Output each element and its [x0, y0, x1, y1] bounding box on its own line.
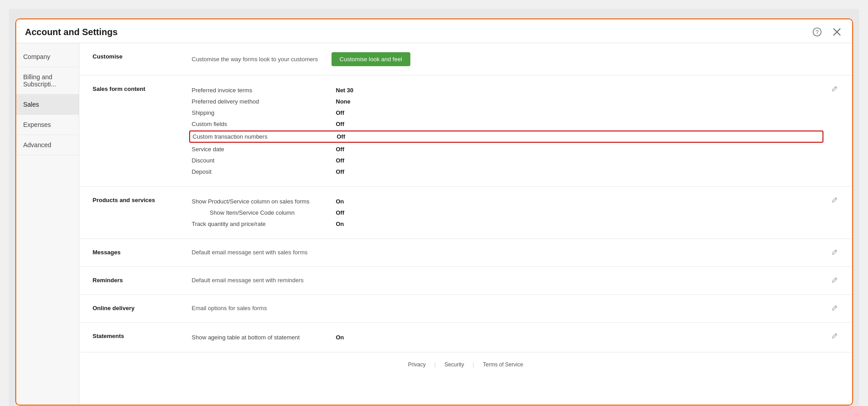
statements-section: Statements Show ageing table at bottom o… — [79, 323, 852, 352]
footer-sep1: | — [434, 361, 437, 368]
customise-description: Customise the way forms look to your cus… — [192, 56, 318, 63]
svg-line-4 — [835, 87, 836, 89]
online-delivery-label: Online delivery — [93, 304, 192, 313]
reminders-description: Default email message sent with reminder… — [192, 277, 304, 284]
field-show-ageing-table: Show ageing table at bottom of statement… — [192, 332, 821, 343]
modal-title: Account and Settings — [25, 27, 118, 37]
footer: Privacy | Security | Terms of Service — [79, 352, 852, 377]
main-content: Customise Customise the way forms look t… — [79, 43, 852, 405]
svg-text:?: ? — [815, 29, 818, 36]
sidebar-item-billing[interactable]: Billing and Subscripti... — [16, 67, 79, 95]
customise-content: Customise the way forms look to your cus… — [192, 52, 839, 66]
sidebar-item-company[interactable]: Company — [16, 47, 79, 67]
online-delivery-edit — [821, 304, 839, 313]
products-services-fields: Show Product/Service column on sales for… — [192, 196, 821, 230]
customise-label: Customise — [93, 52, 192, 66]
messages-description: Default email message sent with sales fo… — [192, 249, 308, 256]
online-delivery-content: Email options for sales forms — [192, 304, 821, 313]
sidebar-item-expenses[interactable]: Expenses — [16, 115, 79, 135]
close-button[interactable] — [831, 26, 843, 38]
statements-label: Statements — [93, 332, 192, 343]
reminders-edit-button[interactable] — [831, 276, 839, 285]
online-delivery-description: Email options for sales forms — [192, 305, 267, 311]
reminders-section: Reminders Default email message sent wit… — [79, 267, 852, 295]
footer-security[interactable]: Security — [445, 361, 464, 368]
field-preferred-delivery-method: Preferred delivery method None — [192, 96, 821, 107]
statements-fields: Show ageing table at bottom of statement… — [192, 332, 821, 343]
reminders-edit — [821, 276, 839, 285]
svg-line-8 — [835, 307, 836, 308]
field-preferred-invoice-terms: Preferred invoice terms Net 30 — [192, 85, 821, 96]
sidebar-item-sales[interactable]: Sales — [16, 95, 79, 115]
footer-privacy[interactable]: Privacy — [408, 361, 426, 368]
field-discount: Discount Off — [192, 155, 821, 166]
svg-line-9 — [835, 334, 836, 336]
field-track-quantity-price: Track quantity and price/rate On — [192, 218, 821, 230]
customise-row: Customise the way forms look to your cus… — [192, 52, 839, 66]
online-delivery-section: Online delivery Email options for sales … — [79, 295, 852, 323]
field-shipping: Shipping Off — [192, 107, 821, 118]
svg-line-7 — [835, 279, 836, 280]
customise-section: Customise Customise the way forms look t… — [79, 43, 852, 76]
field-custom-fields: Custom fields Off — [192, 118, 821, 130]
products-services-label: Products and services — [93, 196, 192, 230]
messages-label: Messages — [93, 248, 192, 257]
messages-content: Default email message sent with sales fo… — [192, 248, 821, 257]
statements-edit-button[interactable] — [831, 332, 839, 341]
help-button[interactable]: ? — [811, 26, 823, 38]
sidebar-item-advanced[interactable]: Advanced — [16, 135, 79, 155]
sales-form-content-fields: Preferred invoice terms Net 30 Preferred… — [192, 85, 821, 177]
messages-edit — [821, 248, 839, 257]
reminders-label: Reminders — [93, 276, 192, 285]
modal-header: Account and Settings ? — [16, 19, 852, 43]
sales-form-content-edit — [821, 85, 839, 177]
footer-sep2: | — [473, 361, 476, 368]
modal-body: Company Billing and Subscripti... Sales … — [16, 43, 852, 405]
products-services-edit-button[interactable] — [831, 196, 839, 205]
footer-terms[interactable]: Terms of Service — [483, 361, 523, 368]
products-services-section: Products and services Show Product/Servi… — [79, 187, 852, 239]
svg-line-5 — [835, 198, 836, 200]
svg-line-6 — [835, 251, 836, 252]
customise-look-feel-button[interactable]: Customise look and feel — [332, 52, 410, 66]
field-deposit: Deposit Off — [192, 166, 821, 177]
messages-edit-button[interactable] — [831, 248, 839, 257]
sales-form-content-label: Sales form content — [93, 85, 192, 177]
sidebar: Company Billing and Subscripti... Sales … — [16, 43, 79, 405]
messages-section: Messages Default email message sent with… — [79, 239, 852, 267]
field-show-product-service: Show Product/Service column on sales for… — [192, 196, 821, 207]
account-settings-modal: Account and Settings ? — [15, 18, 853, 406]
sales-form-content-edit-button[interactable] — [831, 85, 839, 94]
field-service-date: Service date Off — [192, 144, 821, 155]
statements-edit — [821, 332, 839, 343]
online-delivery-edit-button[interactable] — [831, 304, 839, 313]
sales-form-content-section: Sales form content Preferred invoice ter… — [79, 76, 852, 187]
reminders-content: Default email message sent with reminder… — [192, 276, 821, 285]
field-show-item-service-code: Show Item/Service Code column Off — [192, 207, 821, 218]
header-icons: ? — [811, 26, 843, 38]
products-services-edit — [821, 196, 839, 230]
field-custom-transaction-numbers: Custom transaction numbers Off — [189, 131, 823, 143]
